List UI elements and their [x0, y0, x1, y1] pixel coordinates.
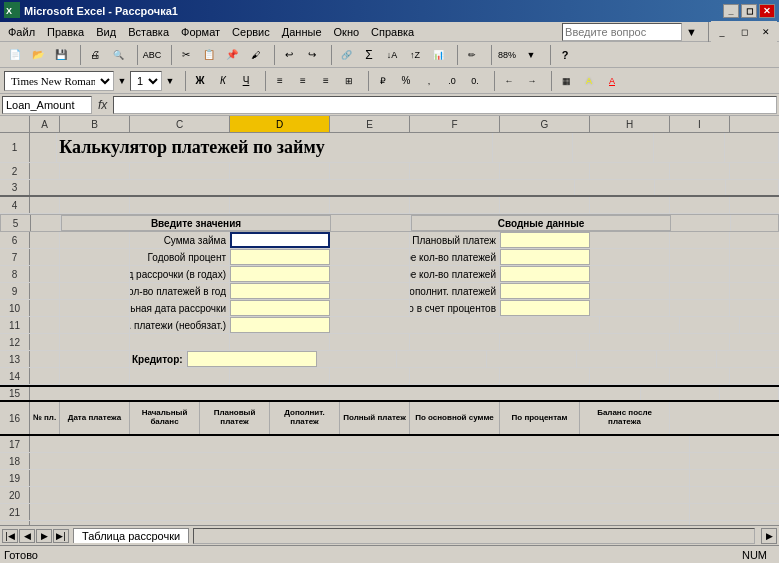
cell-i4[interactable]: [670, 197, 730, 213]
cell-i10[interactable]: [670, 300, 730, 316]
formula-input[interactable]: [113, 96, 777, 114]
open-button[interactable]: 📂: [27, 44, 49, 66]
cell-e14[interactable]: [330, 368, 410, 384]
sort-asc-button[interactable]: ↓A: [381, 44, 403, 66]
cell-a8[interactable]: [30, 266, 60, 282]
cell-g14[interactable]: [500, 368, 590, 384]
font-size-dropdown-button[interactable]: ▼: [163, 70, 177, 92]
cell-a6[interactable]: [30, 232, 60, 248]
tab-next-button[interactable]: ▶: [36, 529, 52, 543]
cell-d6[interactable]: [230, 232, 330, 248]
cell-d9[interactable]: [230, 283, 330, 299]
close-button[interactable]: ✕: [759, 4, 775, 18]
cell-g13[interactable]: [487, 351, 577, 367]
cell-h2[interactable]: [590, 163, 670, 179]
cell-a1[interactable]: [30, 133, 57, 162]
cell-i11[interactable]: [680, 317, 740, 333]
cell-h7[interactable]: [590, 249, 670, 265]
cell-b7[interactable]: [60, 249, 130, 265]
insert-hyperlink-button[interactable]: 🔗: [335, 44, 357, 66]
currency-button[interactable]: ₽: [372, 70, 394, 92]
percent-button[interactable]: %: [395, 70, 417, 92]
save-button[interactable]: 💾: [50, 44, 72, 66]
window-close-button2[interactable]: ✕: [755, 21, 777, 43]
menu-edit[interactable]: Правка: [41, 24, 90, 40]
cell-g12[interactable]: [500, 334, 590, 350]
cell-e6[interactable]: [330, 232, 410, 248]
cell-h14[interactable]: [590, 368, 670, 384]
cell-g7[interactable]: [500, 249, 590, 265]
col-header-h[interactable]: H: [590, 116, 670, 132]
cell-i14[interactable]: [670, 368, 730, 384]
font-name-dropdown-button[interactable]: ▼: [115, 70, 129, 92]
cell-18[interactable]: [30, 453, 690, 469]
cell-i1[interactable]: [725, 133, 779, 162]
cell-19[interactable]: [30, 470, 690, 486]
cell-21[interactable]: [30, 504, 690, 520]
window-restore-button2[interactable]: ◻: [733, 21, 755, 43]
cell-g1[interactable]: [573, 133, 653, 162]
cell-e7[interactable]: [330, 249, 410, 265]
cell-d2[interactable]: [230, 163, 330, 179]
merge-button[interactable]: ⊞: [338, 70, 360, 92]
cell-b11[interactable]: [60, 317, 130, 333]
cell-h9[interactable]: [590, 283, 670, 299]
italic-button[interactable]: К: [212, 70, 234, 92]
cell-f12[interactable]: [410, 334, 500, 350]
col-header-a[interactable]: A: [30, 116, 60, 132]
cell-b3[interactable]: [30, 180, 575, 195]
cell-h15[interactable]: [641, 387, 720, 400]
decrease-indent-button[interactable]: ←: [498, 70, 520, 92]
cell-i5[interactable]: [671, 215, 731, 231]
cell-h1[interactable]: [654, 133, 726, 162]
sheet-tab-active[interactable]: Таблица рассрочки: [73, 528, 189, 543]
cell-d14[interactable]: [230, 368, 330, 384]
autosum-button[interactable]: Σ: [358, 44, 380, 66]
menu-view[interactable]: Вид: [90, 24, 122, 40]
cell-g8[interactable]: [500, 266, 590, 282]
cell-17[interactable]: [30, 436, 690, 452]
cell-i12[interactable]: [670, 334, 730, 350]
cell-i8[interactable]: [670, 266, 730, 282]
col-header-b[interactable]: B: [60, 116, 130, 132]
cell-b14[interactable]: [60, 368, 130, 384]
cell-e4[interactable]: [330, 197, 410, 213]
menu-help[interactable]: Справка: [365, 24, 420, 40]
cell-g9[interactable]: [500, 283, 590, 299]
cell-d8[interactable]: [230, 266, 330, 282]
restore-button[interactable]: ◻: [741, 4, 757, 18]
new-button[interactable]: 📄: [4, 44, 26, 66]
cell-e11[interactable]: [330, 317, 600, 333]
drawing-button[interactable]: ✏: [461, 44, 483, 66]
tab-last-button[interactable]: ▶|: [53, 529, 69, 543]
cell-20[interactable]: [30, 487, 690, 503]
chart-button[interactable]: 📊: [427, 44, 449, 66]
format-painter-button[interactable]: 🖌: [244, 44, 266, 66]
cell-f2[interactable]: [410, 163, 500, 179]
cell-h4[interactable]: [590, 197, 670, 213]
col-header-c[interactable]: C: [130, 116, 230, 132]
cell-f1[interactable]: [493, 133, 573, 162]
cell-d10[interactable]: [230, 300, 330, 316]
decrease-decimal-button[interactable]: 0.: [464, 70, 486, 92]
cell-a12[interactable]: [30, 334, 60, 350]
align-center-button[interactable]: ≡: [292, 70, 314, 92]
cell-e9[interactable]: [330, 283, 410, 299]
cell-h13[interactable]: [577, 351, 657, 367]
cell-h6[interactable]: [590, 232, 670, 248]
horizontal-scrollbar[interactable]: [193, 528, 755, 544]
increase-indent-button[interactable]: →: [521, 70, 543, 92]
cell-h8[interactable]: [590, 266, 670, 282]
cell-22[interactable]: [30, 521, 690, 525]
help-button[interactable]: ?: [554, 44, 576, 66]
help-dropdown-button[interactable]: ▼: [686, 26, 697, 38]
redo-button[interactable]: ↪: [301, 44, 323, 66]
cell-c2[interactable]: [130, 163, 230, 179]
cell-d12[interactable]: [230, 334, 330, 350]
cell-d4[interactable]: [230, 197, 330, 213]
paste-button[interactable]: 📌: [221, 44, 243, 66]
col-header-i[interactable]: I: [670, 116, 730, 132]
col-header-g[interactable]: G: [500, 116, 590, 132]
cell-e2[interactable]: [330, 163, 410, 179]
cell-d11[interactable]: [230, 317, 330, 333]
